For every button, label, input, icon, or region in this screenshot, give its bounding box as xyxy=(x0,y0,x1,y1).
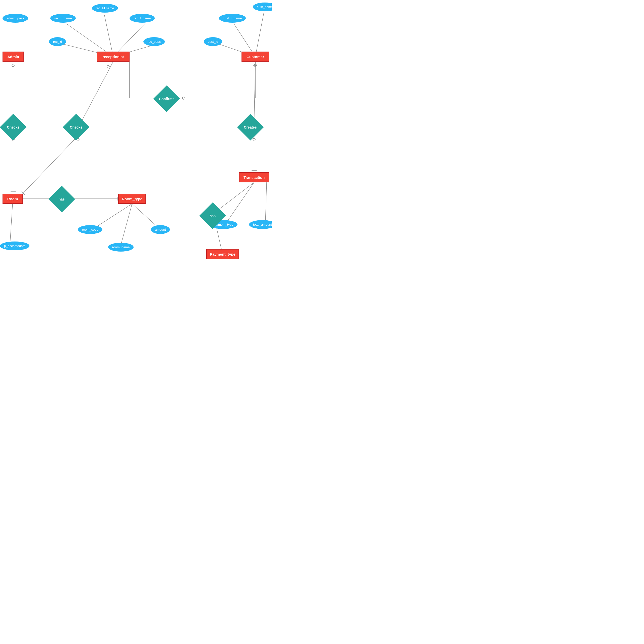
payment-type-entity: Payment_type xyxy=(206,249,239,259)
amount-attr: amount xyxy=(151,225,170,234)
svg-line-2 xyxy=(104,15,113,57)
svg-point-32 xyxy=(253,138,255,141)
rec-f-name-attr: rec_F name xyxy=(50,14,76,23)
svg-line-50 xyxy=(265,182,267,223)
checks1-relationship: Checks xyxy=(1,118,25,137)
cust-name-attr: cust_name xyxy=(253,3,272,11)
rec-pass-attr: rec_pass xyxy=(143,37,165,46)
rec-m-name-attr: rec_M name xyxy=(92,4,118,13)
svg-line-16 xyxy=(81,62,113,123)
room-type-entity: Room_type xyxy=(118,194,146,204)
svg-line-8 xyxy=(255,11,264,57)
admin-entity: Admin xyxy=(3,52,24,62)
svg-line-18 xyxy=(23,136,78,194)
confirms-relationship: Confirms xyxy=(155,89,179,108)
svg-line-42 xyxy=(121,204,132,245)
svg-line-43 xyxy=(132,204,160,229)
creates-relationship: Creates xyxy=(238,118,263,137)
cust-id-attr: cust_id xyxy=(204,37,222,46)
svg-point-10 xyxy=(12,64,14,67)
rec-id-attr: rec_id xyxy=(49,37,66,46)
room-name-attr: room_name xyxy=(108,243,134,252)
svg-line-49 xyxy=(226,182,254,223)
p-accomodate-attr: p_accomodate xyxy=(0,241,29,250)
svg-point-26 xyxy=(254,64,257,67)
svg-point-17 xyxy=(107,65,109,68)
admin-pass-attr: admin_pass xyxy=(3,14,28,23)
svg-point-27 xyxy=(182,97,185,99)
receptionist-entity: receptionist xyxy=(97,52,130,62)
rec-l-name-attr: rec_L name xyxy=(130,14,155,23)
svg-line-41 xyxy=(93,204,132,229)
svg-line-44 xyxy=(10,204,13,243)
transaction-entity: Transaction xyxy=(239,172,269,182)
svg-line-28 xyxy=(254,62,255,123)
has2-relationship: has xyxy=(201,206,224,225)
has1-relationship: has xyxy=(50,190,73,209)
room-entity: Room xyxy=(3,194,23,204)
total-amount-attr: total_amount xyxy=(249,220,272,229)
cust-f-name-attr: cust_F name xyxy=(219,14,246,23)
checks2-relationship: Checks xyxy=(64,118,88,137)
customer-entity: Customer xyxy=(241,52,269,62)
room-code-attr: room_code xyxy=(78,225,102,234)
